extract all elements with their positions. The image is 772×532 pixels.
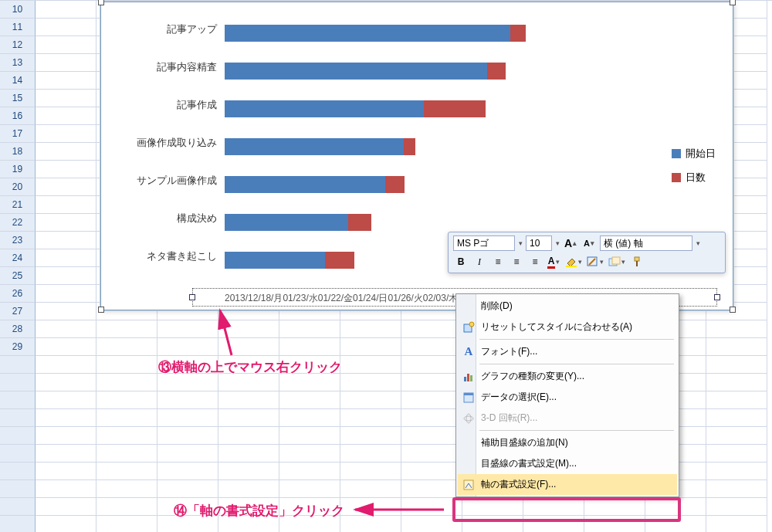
bar-series1[interactable] (225, 63, 487, 80)
row-header[interactable] (0, 480, 36, 498)
row-header[interactable]: 16 (0, 107, 36, 125)
cell[interactable] (340, 427, 401, 445)
cell[interactable] (218, 374, 279, 391)
row-header[interactable]: 11 (0, 19, 36, 36)
cell[interactable] (96, 498, 157, 516)
menu-font[interactable]: A フォント(F)... (458, 341, 677, 362)
bar-series2[interactable] (510, 25, 526, 42)
bar-row[interactable] (225, 249, 354, 271)
bar-row[interactable] (225, 136, 415, 158)
font-color-button[interactable]: A▾ (546, 254, 561, 269)
cell[interactable] (401, 374, 462, 391)
cell[interactable] (36, 161, 96, 178)
cell[interactable] (96, 427, 157, 445)
align-center-button[interactable]: ≡ (509, 254, 524, 269)
cell[interactable] (340, 463, 401, 480)
row-header[interactable]: 19 (0, 161, 36, 178)
cell[interactable] (36, 409, 96, 427)
bar-row[interactable] (225, 98, 486, 120)
cell[interactable] (96, 516, 157, 532)
bar-row[interactable] (225, 174, 405, 195)
row-header[interactable]: 27 (0, 303, 36, 320)
row-header[interactable]: 29 (0, 338, 36, 356)
cell[interactable] (157, 427, 218, 445)
cell[interactable] (36, 54, 96, 72)
row-header[interactable] (0, 463, 36, 480)
cell[interactable] (36, 107, 96, 125)
cell[interactable] (36, 374, 96, 391)
cell[interactable] (340, 445, 401, 463)
row-header[interactable] (0, 427, 36, 445)
row-header[interactable]: 15 (0, 90, 36, 107)
cell[interactable] (706, 320, 767, 338)
cell[interactable] (279, 445, 340, 463)
bar-series2[interactable] (325, 252, 354, 269)
cell[interactable] (157, 320, 218, 338)
mini-toolbar[interactable]: ▾ ▾ A▴ A▾ ▾ B I ≡ ≡ ≡ A▾ ▾ ▾ ▾ (448, 232, 726, 273)
cell[interactable] (706, 338, 767, 356)
align-left-button[interactable]: ≡ (490, 254, 506, 269)
row-header[interactable]: 26 (0, 285, 36, 303)
cell[interactable] (584, 498, 645, 516)
cell[interactable] (645, 516, 706, 532)
cell[interactable] (157, 480, 218, 498)
fill-color-button[interactable]: ▾ (564, 254, 583, 269)
cell[interactable] (401, 338, 462, 356)
cell[interactable] (340, 480, 401, 498)
cell[interactable] (157, 391, 218, 409)
cell[interactable] (218, 445, 279, 463)
row-header[interactable]: 13 (0, 54, 36, 72)
bar-series1[interactable] (225, 25, 510, 42)
cell[interactable] (401, 320, 462, 338)
bar-series2[interactable] (348, 214, 371, 231)
cell[interactable] (401, 498, 462, 516)
cell[interactable] (36, 303, 96, 320)
cell[interactable] (36, 445, 96, 463)
menu-delete[interactable]: 削除(D) (458, 296, 677, 317)
cell[interactable] (706, 427, 767, 445)
bar-row[interactable] (225, 60, 506, 82)
bar-series2[interactable] (385, 176, 405, 193)
x-axis-labels[interactable]: 2013/12/18/月01/23/水01/22/金01/24/日01/26/火… (225, 292, 493, 305)
row-header[interactable] (0, 498, 36, 516)
bar-series1[interactable] (225, 252, 325, 269)
menu-axis-format[interactable]: 軸の書式設定(F)... (458, 474, 677, 495)
cell[interactable] (218, 463, 279, 480)
cell[interactable] (36, 391, 96, 409)
row-header[interactable] (0, 409, 36, 427)
cell[interactable] (96, 463, 157, 480)
bar-series1[interactable] (225, 100, 424, 117)
row-header[interactable] (0, 356, 36, 374)
cell[interactable] (36, 143, 96, 161)
cell[interactable] (340, 498, 401, 516)
cell[interactable] (340, 391, 401, 409)
cell[interactable] (340, 516, 401, 532)
cell[interactable] (36, 196, 96, 214)
menu-reset-style[interactable]: リセットしてスタイルに合わせる(A) (458, 317, 677, 337)
row-header[interactable]: 12 (0, 36, 36, 54)
cell[interactable] (36, 232, 96, 249)
row-header[interactable]: 18 (0, 143, 36, 161)
cell[interactable] (36, 356, 96, 374)
font-size-combo[interactable] (526, 236, 552, 251)
cell[interactable] (340, 356, 401, 374)
menu-add-minor-gridlines[interactable]: 補助目盛線の追加(N) (458, 432, 677, 453)
cell[interactable] (279, 409, 340, 427)
bar-row[interactable] (225, 212, 371, 233)
bar-series2[interactable] (404, 138, 415, 155)
format-painter-button[interactable] (629, 254, 645, 269)
row-header[interactable]: 20 (0, 178, 36, 196)
cell[interactable] (462, 498, 523, 516)
cell[interactable] (36, 320, 96, 338)
cell[interactable] (36, 427, 96, 445)
cell[interactable] (706, 409, 767, 427)
grow-font-button[interactable]: A▴ (563, 236, 578, 251)
row-header[interactable]: 21 (0, 196, 36, 214)
cell[interactable] (36, 498, 96, 516)
shape-styles-button[interactable]: ▾ (608, 254, 626, 269)
cell[interactable] (706, 498, 767, 516)
cell[interactable] (706, 374, 767, 391)
cell[interactable] (218, 427, 279, 445)
cell[interactable] (340, 338, 401, 356)
cell[interactable] (279, 320, 340, 338)
